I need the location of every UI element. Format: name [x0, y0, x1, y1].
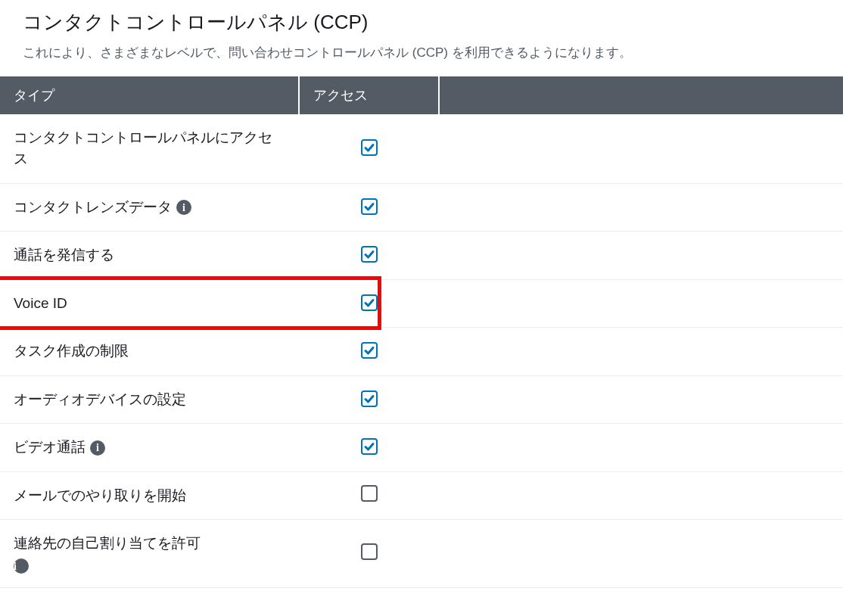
permission-label: コンタクトレンズデータ — [14, 199, 172, 215]
permission-label: オーディオデバイスの設定 — [14, 391, 186, 407]
access-cell — [299, 232, 439, 280]
table-row: タスク作成の制限 — [0, 328, 843, 376]
blank-cell — [439, 328, 843, 376]
access-cell — [299, 328, 439, 376]
blank-cell — [439, 471, 843, 520]
access-checkbox[interactable] — [361, 485, 378, 502]
access-checkbox[interactable] — [361, 438, 378, 455]
table-row: 連絡先の自己割り当てを許可i — [0, 520, 843, 588]
permission-label: メールでのやり取りを開始 — [14, 487, 186, 503]
permission-label-cell: オーディオデバイスの設定 — [0, 375, 299, 424]
permission-label-cell: 連絡先の自己割り当てを許可i — [0, 520, 299, 588]
access-cell — [299, 520, 439, 588]
column-header-access: アクセス — [299, 76, 439, 114]
access-checkbox[interactable] — [361, 139, 378, 156]
permission-label-cell: メールでのやり取りを開始 — [0, 471, 299, 520]
access-checkbox[interactable] — [361, 294, 378, 311]
permission-label-cell: コンタクトコントロールパネルにアクセス — [0, 114, 299, 184]
permission-label: Voice ID — [14, 295, 67, 311]
access-checkbox[interactable] — [361, 390, 378, 407]
access-checkbox[interactable] — [361, 342, 378, 359]
column-header-type: タイプ — [0, 76, 299, 114]
permission-label: 通話を発信する — [14, 247, 114, 263]
info-icon[interactable]: i — [90, 440, 105, 456]
permission-label-cell: コンタクトレンズデータi — [0, 183, 299, 232]
permission-label-cell: ビデオ通話i — [0, 424, 299, 472]
column-header-blank — [439, 76, 843, 114]
table-row: ビデオ通話i — [0, 424, 843, 472]
table-row: コンタクトコントロールパネルにアクセス — [0, 114, 843, 184]
access-cell — [299, 375, 439, 424]
blank-cell — [439, 520, 843, 588]
access-checkbox[interactable] — [361, 543, 378, 560]
table-row: オーディオデバイスの設定 — [0, 375, 843, 424]
access-cell — [299, 183, 439, 232]
info-icon[interactable]: i — [176, 200, 191, 215]
access-cell — [299, 114, 439, 184]
permission-label: コンタクトコントロールパネルにアクセス — [14, 129, 272, 167]
info-icon[interactable]: i — [14, 558, 29, 574]
permission-label: ビデオ通話 — [14, 439, 86, 455]
blank-cell — [439, 114, 843, 184]
access-checkbox[interactable] — [361, 198, 378, 215]
permission-label-cell: 通話を発信する — [0, 232, 299, 280]
permissions-table: タイプ アクセス コンタクトコントロールパネルにアクセスコンタクトレンズデータi… — [0, 76, 843, 588]
access-checkbox[interactable] — [361, 246, 378, 263]
blank-cell — [439, 232, 843, 280]
table-row: 通話を発信する — [0, 232, 843, 280]
page-title: コンタクトコントロールパネル (CCP) — [23, 9, 820, 36]
permission-label-cell: Voice ID — [0, 279, 299, 328]
blank-cell — [439, 424, 843, 472]
blank-cell — [439, 183, 843, 232]
table-row: Voice ID — [0, 279, 843, 328]
access-cell — [299, 279, 439, 328]
table-row: メールでのやり取りを開始 — [0, 471, 843, 520]
access-cell — [299, 424, 439, 472]
permission-label: タスク作成の制限 — [14, 343, 129, 359]
access-cell — [299, 471, 439, 520]
blank-cell — [439, 279, 843, 328]
page-description: これにより、さまざまなレベルで、問い合わせコントロールパネル (CCP) を利用… — [23, 43, 820, 63]
permission-label: 連絡先の自己割り当てを許可 — [14, 535, 201, 551]
permission-label-cell: タスク作成の制限 — [0, 328, 299, 376]
blank-cell — [439, 375, 843, 424]
table-row: コンタクトレンズデータi — [0, 183, 843, 232]
